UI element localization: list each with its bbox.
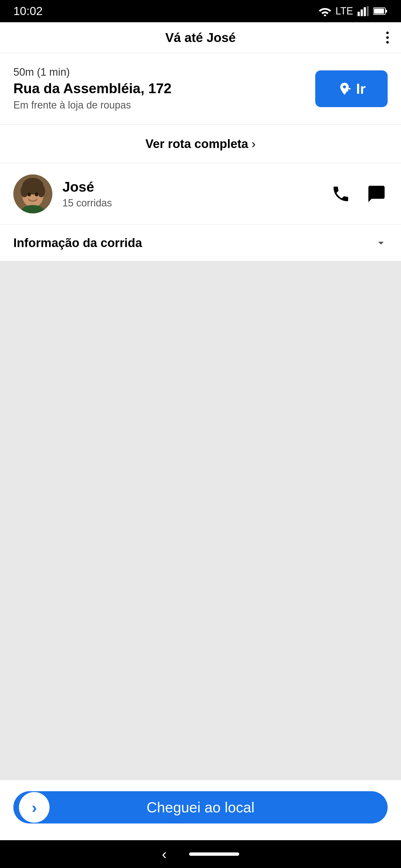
menu-dot — [386, 41, 389, 43]
status-time: 10:02 — [13, 4, 42, 18]
phone-icon — [331, 184, 351, 204]
svg-point-0 — [324, 14, 326, 16]
home-indicator[interactable] — [189, 852, 239, 856]
svg-rect-2 — [361, 9, 363, 16]
info-section-title: Informação da corrida — [13, 236, 142, 250]
wifi-icon — [319, 6, 331, 16]
svg-rect-1 — [357, 12, 360, 16]
driver-rides: 15 corridas — [62, 197, 330, 209]
go-button[interactable]: Ir — [315, 70, 388, 107]
battery-icon — [373, 7, 388, 15]
arrived-btn-circle-icon: › — [19, 792, 50, 823]
svg-rect-6 — [385, 10, 387, 12]
svg-rect-7 — [374, 9, 384, 13]
status-bar: 10:02 LTE — [0, 0, 401, 22]
arrived-button-label: Cheguei ao local — [27, 799, 374, 816]
more-options-button[interactable] — [386, 31, 389, 43]
driver-name: José — [62, 179, 330, 195]
menu-dot — [386, 36, 389, 39]
info-section[interactable]: Informação da corrida — [0, 225, 401, 261]
address-distance: 50m (1 min) — [13, 66, 306, 78]
driver-info: José 15 corridas — [62, 179, 330, 209]
svg-rect-4 — [367, 6, 369, 16]
address-section: 50m (1 min) Rua da Assembléia, 172 Em fr… — [0, 53, 401, 125]
signal-icon — [357, 6, 369, 16]
route-link[interactable]: Ver rota completa › — [0, 125, 401, 163]
address-street: Rua da Assembléia, 172 — [13, 81, 306, 96]
svg-point-13 — [28, 192, 31, 196]
menu-dot — [386, 31, 389, 34]
navigate-icon — [337, 82, 352, 96]
avatar-image — [13, 175, 52, 213]
svg-point-12 — [37, 185, 45, 197]
bottom-nav: ‹ — [0, 840, 401, 868]
header: Vá até José — [0, 22, 401, 53]
route-link-text: Ver rota completa — [145, 137, 248, 151]
chevron-down-icon — [374, 236, 388, 250]
lte-icon: LTE — [336, 5, 353, 17]
call-button[interactable] — [330, 183, 352, 205]
map-area — [0, 261, 401, 780]
bottom-section: › Cheguei ao local — [0, 780, 401, 840]
go-button-label: Ir — [356, 81, 366, 97]
arrived-button[interactable]: › Cheguei ao local — [13, 791, 388, 824]
driver-actions — [330, 183, 388, 205]
svg-point-11 — [21, 185, 28, 197]
address-hint: Em frente à loja de roupas — [13, 99, 306, 111]
driver-avatar — [13, 175, 52, 213]
svg-rect-3 — [364, 7, 366, 16]
phone-screen: 10:02 LTE — [0, 0, 401, 868]
arrow-right-icon: › — [32, 799, 37, 816]
address-info: 50m (1 min) Rua da Assembléia, 172 Em fr… — [13, 66, 315, 111]
back-button[interactable]: ‹ — [162, 846, 167, 862]
chevron-right-icon: › — [252, 137, 256, 151]
header-title: Vá até José — [165, 30, 236, 45]
driver-section: José 15 corridas — [0, 163, 401, 225]
svg-point-14 — [35, 192, 38, 196]
status-icons: LTE — [319, 5, 388, 17]
chat-button[interactable] — [365, 183, 388, 205]
chat-icon — [367, 184, 386, 204]
